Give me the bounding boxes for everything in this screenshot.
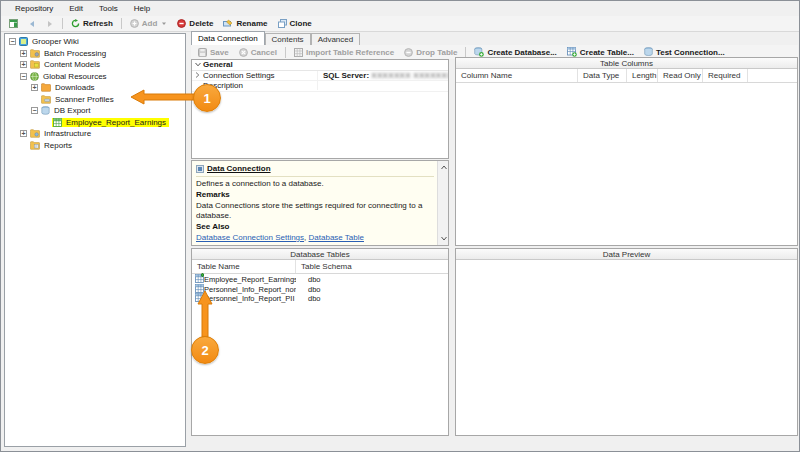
table-name-cell: Personnel_Info_Report_non_PII <box>204 285 296 294</box>
table-row-employee_report_earnings[interactable]: Employee_Report_Earningsdbo <box>192 275 448 285</box>
tree-item-batch-processing[interactable]: +Batch Processing <box>5 48 185 60</box>
property-row-description[interactable]: Description <box>192 81 448 92</box>
cancel-button[interactable]: Cancel <box>234 46 282 59</box>
back-button[interactable] <box>23 18 41 30</box>
import-table-icon <box>294 48 303 57</box>
table-row-personnel_info_report_non_pii[interactable]: Personnel_Info_Report_non_PIIdbo <box>192 285 448 295</box>
expand-icon[interactable]: + <box>20 130 27 137</box>
menu-repository[interactable]: Repository <box>7 2 61 15</box>
chevron-right-icon[interactable] <box>192 72 203 78</box>
sql-server-label: SQL Server: <box>323 71 369 80</box>
table-schema-cell: dbo <box>296 285 321 294</box>
create-table-button-label: Create Table... <box>580 48 634 57</box>
column-header-required[interactable]: Required <box>703 69 748 82</box>
tab-data-connection[interactable]: Data Connection <box>191 31 265 45</box>
scroll-down-icon[interactable] <box>438 233 449 244</box>
table-green-icon <box>53 118 62 127</box>
column-header-table-schema[interactable]: Table Schema <box>296 260 446 273</box>
create-database-button-label: Create Database... <box>487 48 556 57</box>
tab-advanced[interactable]: Advanced <box>311 33 361 45</box>
highlighted-tree-node[interactable]: Employee_Report_Earnings <box>52 118 169 127</box>
save-icon <box>198 48 207 57</box>
tree-item-label: DB Export <box>53 106 91 115</box>
property-row-connection-settings[interactable]: Connection Settings SQL Server: XXXXXXX … <box>192 71 448 82</box>
link-database-table[interactable]: Database Table <box>309 233 364 242</box>
toolbar-separator <box>285 47 286 58</box>
tree-item-label: Downloads <box>54 83 96 92</box>
callout-1: 1 <box>193 84 221 112</box>
caret-down-icon[interactable] <box>161 21 167 26</box>
clone-icon <box>278 19 287 28</box>
import-table-reference-button[interactable]: Import Table Reference <box>289 46 399 59</box>
help-title-link[interactable]: Data Connection <box>207 164 271 174</box>
tree-item-label: Batch Processing <box>43 49 107 58</box>
rename-button-label: Rename <box>236 19 267 28</box>
property-group-general[interactable]: General <box>192 60 448 71</box>
add-button[interactable]: Add <box>125 17 173 30</box>
table-columns-title: Table Columns <box>456 58 797 69</box>
rename-button[interactable]: Rename <box>218 17 272 30</box>
chevron-down-icon[interactable] <box>192 62 203 67</box>
batch-folder-icon <box>30 49 40 58</box>
content-folder-icon <box>30 60 40 69</box>
help-panel: Data Connection Defines a connection to … <box>191 160 449 246</box>
help-remarks-label: Remarks <box>196 190 434 200</box>
database-tables-header-row: Table NameTable Schema <box>192 260 448 274</box>
cancel-button-label: Cancel <box>251 48 277 57</box>
callout-2-number: 2 <box>201 343 208 358</box>
menu-help[interactable]: Help <box>126 2 158 15</box>
tree-item-content-models[interactable]: +Content Models <box>5 59 185 71</box>
column-header-filler <box>748 69 797 82</box>
help-see-also-label: See Also <box>196 222 434 232</box>
forward-button[interactable] <box>41 18 59 30</box>
tree-item-employee-report-earnings[interactable]: Employee_Report_Earnings <box>5 117 185 129</box>
database-icon <box>41 106 50 115</box>
tab-contents[interactable]: Contents <box>265 33 311 45</box>
database-tables-panel: Database Tables Table NameTable Schema E… <box>191 248 449 436</box>
column-header-table-name[interactable]: Table Name <box>192 260 296 273</box>
expand-icon[interactable]: + <box>31 84 38 91</box>
property-grid: General Connection Settings SQL Server: … <box>191 59 449 159</box>
collapse-icon[interactable]: − <box>20 73 27 80</box>
tree-item-label: Grooper Wiki <box>31 37 80 46</box>
link-database-connection-settings[interactable]: Database Connection Settings <box>196 233 304 242</box>
scroll-up-icon[interactable] <box>438 162 449 173</box>
tree-item-grooper-wiki[interactable]: −Grooper Wiki <box>5 36 185 48</box>
menu-edit[interactable]: Edit <box>61 2 91 15</box>
clone-button[interactable]: Clone <box>273 17 317 30</box>
delete-button-label: Delete <box>189 19 213 28</box>
collapse-icon[interactable]: − <box>31 107 38 114</box>
table-columns-panel: Table Columns Column NameData TypeLength… <box>455 57 798 246</box>
delete-button[interactable]: Delete <box>172 17 218 30</box>
save-button[interactable]: Save <box>193 46 234 59</box>
column-header-read-only[interactable]: Read Only <box>658 69 703 82</box>
tree-item-global-resources[interactable]: −Global Resources <box>5 71 185 83</box>
tree-item-infrastructure[interactable]: +Infrastructure <box>5 128 185 140</box>
column-header-column-name[interactable]: Column Name <box>456 69 578 82</box>
app-window-icon <box>9 19 18 28</box>
menu-bar: RepositoryEditToolsHelp <box>1 1 799 16</box>
table-row-personnel_info_report_pii[interactable]: Personnel_Info_Report_PIIdbo <box>192 294 448 304</box>
database-tables-title: Database Tables <box>192 249 448 260</box>
tree-item-label: Employee_Report_Earnings <box>65 118 167 127</box>
expand-icon[interactable]: + <box>20 61 27 68</box>
table-schema-cell: dbo <box>296 294 321 303</box>
data-preview-title: Data Preview <box>456 249 797 260</box>
data-preview-panel: Data Preview <box>455 248 798 436</box>
toolbar-separator <box>121 18 122 29</box>
column-header-length[interactable]: Length <box>627 69 658 82</box>
tree-item-label: Content Models <box>43 60 101 69</box>
drop-table-button[interactable]: Drop Table <box>399 46 462 59</box>
downloads-folder-icon <box>41 83 51 92</box>
column-header-data-type[interactable]: Data Type <box>578 69 627 82</box>
expand-icon[interactable]: + <box>20 50 27 57</box>
help-scrollbar[interactable] <box>437 161 448 245</box>
refresh-button[interactable]: Refresh <box>66 17 118 30</box>
tab-strip: Data ConnectionContentsAdvanced <box>191 31 360 45</box>
tree-item-reports[interactable]: Reports <box>5 140 185 152</box>
collapse-icon[interactable]: − <box>9 38 16 45</box>
create-database-icon <box>474 47 484 57</box>
app-icon-button[interactable] <box>4 17 23 30</box>
property-name: Connection Settings <box>203 71 318 80</box>
menu-tools[interactable]: Tools <box>91 2 126 15</box>
